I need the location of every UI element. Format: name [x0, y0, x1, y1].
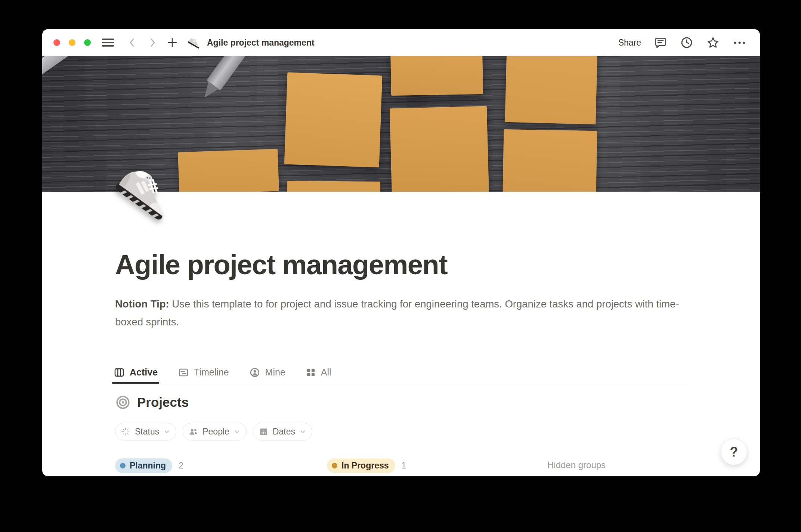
sticky-note — [503, 129, 597, 192]
new-tab-button[interactable] — [166, 37, 178, 49]
more-button[interactable] — [733, 36, 746, 50]
section-title: Projects — [137, 395, 189, 410]
group-count: 1 — [402, 461, 406, 471]
minimize-button[interactable] — [69, 39, 75, 46]
group-in-progress: In Progress 1 — [327, 458, 406, 473]
person-view-icon — [249, 367, 260, 378]
comment-bubble-icon — [654, 36, 667, 49]
section-header: Projects — [115, 395, 189, 410]
tab-timeline[interactable]: Timeline — [176, 362, 231, 383]
tab-active[interactable]: Active — [112, 362, 159, 383]
calendar-icon — [259, 427, 269, 437]
filter-bar: Status People Dates — [115, 423, 312, 440]
dates-filter-button[interactable]: Dates — [253, 423, 312, 440]
tab-mine[interactable]: Mine — [248, 362, 287, 383]
status-dot-amber — [332, 463, 337, 468]
sticky-note — [505, 56, 597, 124]
comments-button[interactable] — [654, 36, 667, 49]
status-dot-blue — [120, 463, 126, 468]
sticky-note — [284, 72, 382, 168]
board-view-icon — [114, 367, 125, 378]
group-count: 2 — [179, 461, 183, 471]
hidden-groups-button[interactable]: Hidden groups — [547, 460, 606, 470]
chevron-left-icon — [127, 37, 138, 48]
planning-group-pill[interactable]: Planning — [115, 458, 172, 473]
notion-tip-label: Notion Tip: — [115, 298, 169, 310]
help-button[interactable]: ? — [721, 439, 747, 465]
notion-window: Agile project management Share — [42, 29, 760, 476]
back-button[interactable] — [127, 37, 138, 48]
view-tabs: Active Timeline Mine All — [112, 362, 689, 383]
sticky-note — [390, 56, 483, 96]
tab-all[interactable]: All — [304, 362, 333, 383]
chevron-down-icon — [299, 428, 306, 435]
notion-tip-text: Use this template to for project and iss… — [115, 298, 679, 328]
page-icon-small — [188, 37, 202, 48]
sidebar-toggle-button[interactable] — [102, 38, 114, 47]
notion-tip: Notion Tip: Use this template to for pro… — [115, 295, 687, 331]
chevron-down-icon — [163, 428, 170, 435]
grid-view-icon — [306, 367, 316, 378]
clock-icon — [680, 36, 693, 49]
sticky-note — [178, 149, 279, 192]
people-icon — [188, 427, 198, 437]
page-title[interactable]: Agile project management — [115, 249, 447, 281]
status-filter-button[interactable]: Status — [115, 423, 176, 440]
window-controls — [53, 39, 91, 46]
ellipsis-icon — [733, 36, 746, 50]
board-groups: Planning 2 In Progress 1 Hidden groups — [42, 458, 760, 473]
page-icon-sneaker[interactable] — [114, 161, 178, 224]
close-button[interactable] — [53, 39, 60, 46]
timeline-view-icon — [178, 367, 189, 378]
group-planning: Planning 2 — [115, 458, 183, 473]
updates-button[interactable] — [680, 36, 693, 49]
chevron-down-icon — [234, 428, 241, 435]
in-progress-group-pill[interactable]: In Progress — [327, 458, 395, 473]
plus-icon — [166, 37, 178, 49]
cover-marker-pen — [198, 56, 291, 103]
sticky-note — [390, 106, 489, 192]
question-mark-icon: ? — [730, 444, 738, 460]
zoom-button[interactable] — [84, 39, 91, 46]
forward-button[interactable] — [147, 37, 158, 48]
people-filter-button[interactable]: People — [183, 423, 247, 440]
favorite-button[interactable] — [706, 36, 720, 50]
running-shoe-icon — [186, 34, 204, 51]
star-icon — [706, 36, 720, 50]
running-shoe-icon — [108, 155, 184, 228]
breadcrumb[interactable]: Agile project management — [188, 37, 315, 48]
cover-object — [42, 56, 73, 78]
toolbar-page-title: Agile project management — [207, 38, 315, 48]
hamburger-icon — [102, 38, 114, 47]
window-toolbar: Agile project management Share — [42, 29, 760, 56]
spinner-icon — [121, 427, 131, 437]
share-button[interactable]: Share — [618, 38, 641, 48]
chevron-right-icon — [147, 37, 158, 48]
target-icon — [115, 395, 131, 410]
sticky-note — [287, 181, 380, 192]
